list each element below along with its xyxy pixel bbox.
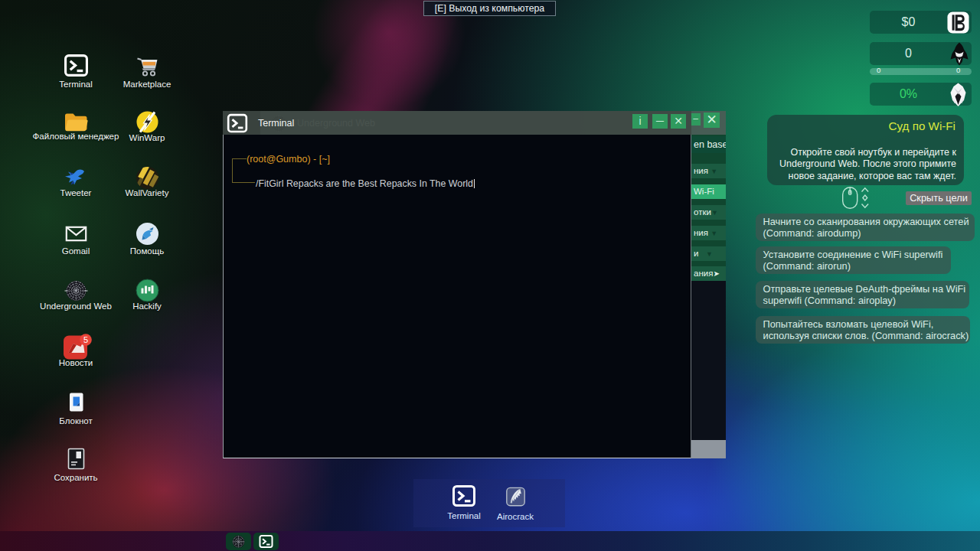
svg-text:5: 5 [83, 335, 88, 344]
